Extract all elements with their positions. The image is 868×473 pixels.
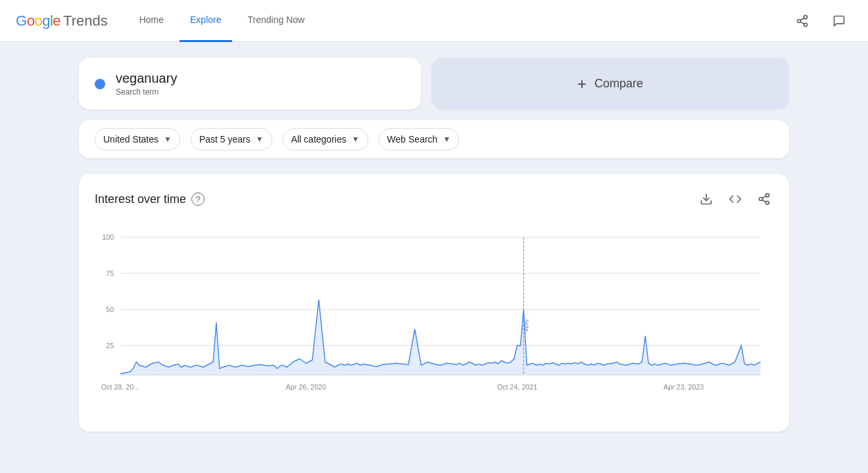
share-button[interactable] (789, 8, 815, 34)
search-term-info: veganuary Search term (116, 71, 177, 97)
chart-section: Interest over time ? (79, 174, 789, 432)
category-chevron-icon: ▼ (352, 135, 360, 144)
chart-container: 100 75 50 25 Note Oct 28, 20... Apr 26, … (95, 224, 773, 411)
nav-trending[interactable]: Trending Now (237, 0, 316, 42)
chart-header: Interest over time ? (95, 190, 773, 208)
svg-line-10 (762, 196, 766, 198)
download-icon (700, 192, 713, 206)
header-icons (789, 8, 852, 34)
embed-icon (729, 192, 742, 206)
help-icon[interactable]: ? (191, 192, 205, 206)
svg-text:Oct 28, 20...: Oct 28, 20... (101, 383, 139, 391)
region-chevron-icon: ▼ (164, 135, 172, 144)
search-type-filter[interactable]: Web Search ▼ (379, 128, 460, 150)
search-section: veganuary Search term + Compare (79, 58, 789, 110)
chart-share-icon (758, 192, 771, 206)
main-content: veganuary Search term + Compare United S… (0, 42, 868, 447)
time-range-label: Past 5 years (199, 134, 251, 145)
svg-text:75: 75 (106, 269, 114, 277)
search-type-chevron-icon: ▼ (443, 135, 450, 144)
svg-text:100: 100 (102, 233, 114, 241)
chart-title: Interest over time (95, 192, 186, 206)
nav-home[interactable]: Home (129, 0, 174, 42)
compare-label: Compare (594, 77, 643, 91)
region-label: United States (103, 134, 158, 145)
logo-google-text: Google (16, 12, 60, 30)
category-label: All categories (291, 134, 347, 145)
svg-line-4 (800, 18, 804, 20)
svg-text:Apr 26, 2020: Apr 26, 2020 (286, 383, 326, 391)
svg-line-9 (762, 200, 766, 202)
embed-button[interactable] (726, 190, 744, 208)
region-filter[interactable]: United States ▼ (95, 128, 180, 150)
category-filter[interactable]: All categories ▼ (283, 128, 368, 150)
search-term-name[interactable]: veganuary (116, 71, 177, 86)
logo-trends-text: Trends (63, 12, 108, 30)
search-term-type: Search term (116, 87, 177, 97)
main-nav: Home Explore Trending Now (129, 0, 789, 42)
nav-explore[interactable]: Explore (180, 0, 231, 42)
svg-text:Apr 23, 2023: Apr 23, 2023 (663, 383, 704, 391)
chart-title-area: Interest over time ? (95, 192, 205, 206)
chart-share-button[interactable] (755, 190, 773, 208)
search-box: veganuary Search term (79, 58, 421, 110)
svg-line-3 (800, 22, 804, 24)
header: Google Trends Home Explore Trending Now (0, 0, 868, 42)
compare-box[interactable]: + Compare (431, 58, 789, 110)
svg-text:Oct 24, 2021: Oct 24, 2021 (497, 383, 537, 391)
search-type-label: Web Search (387, 134, 438, 145)
svg-text:50: 50 (106, 305, 114, 313)
share-icon (796, 14, 809, 28)
time-range-filter[interactable]: Past 5 years ▼ (191, 128, 272, 150)
compare-plus-icon: + (577, 75, 587, 93)
messages-icon (832, 14, 846, 28)
chart-actions (697, 190, 773, 208)
search-dot (95, 79, 105, 89)
trend-chart: 100 75 50 25 Note Oct 28, 20... Apr 26, … (95, 224, 773, 408)
svg-text:25: 25 (106, 342, 114, 349)
download-button[interactable] (697, 190, 715, 208)
time-range-chevron-icon: ▼ (256, 135, 264, 144)
messages-button[interactable] (826, 8, 852, 34)
logo[interactable]: Google Trends (16, 12, 108, 30)
filter-bar: United States ▼ Past 5 years ▼ All categ… (79, 120, 789, 158)
